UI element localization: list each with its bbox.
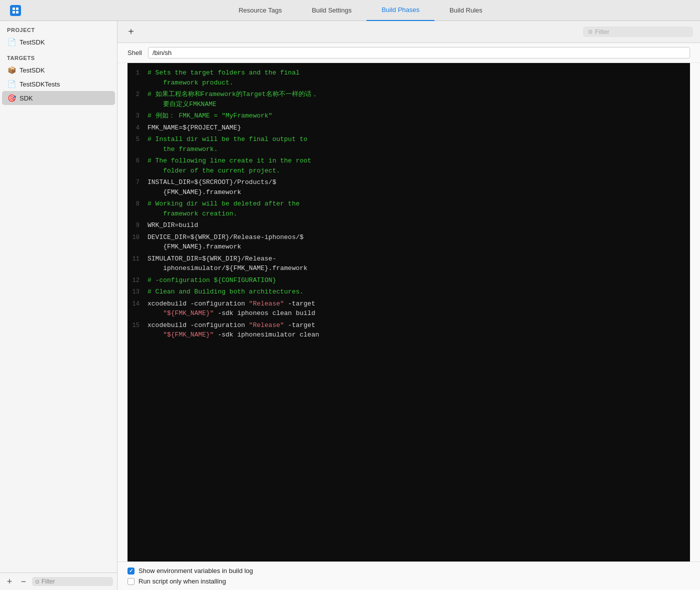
- target-file-icon: 📄: [7, 80, 16, 88]
- line-number-7: 7: [128, 178, 148, 187]
- checkbox-row-env-vars[interactable]: Show environment variables in build log: [128, 567, 690, 574]
- sidebar-remove-button[interactable]: −: [18, 576, 29, 587]
- sidebar-add-button[interactable]: +: [4, 576, 15, 587]
- svg-rect-0: [12, 8, 15, 10]
- target-sdk-icon: 🎯: [7, 94, 16, 102]
- code-line-6: 6 # The following line create it in the …: [128, 155, 690, 176]
- code-content-3: # 例如： FMK_NAME = "MyFramework": [148, 111, 690, 121]
- checkbox-env-vars[interactable]: [128, 568, 134, 574]
- filter-label: Filter: [595, 28, 610, 36]
- target-package-icon: 📦: [7, 66, 16, 74]
- code-content-1: # Sets the target folders and the final …: [148, 68, 690, 88]
- code-content-6: # The following line create it in the ro…: [148, 156, 690, 176]
- code-line-9: 9 WRK_DIR=build: [128, 220, 690, 232]
- project-file-icon: 📄: [7, 38, 16, 46]
- code-line-3: 3 # 例如： FMK_NAME = "MyFramework": [128, 110, 690, 122]
- line-number-5: 5: [128, 134, 148, 144]
- line-number-15: 15: [128, 320, 148, 330]
- tab-resource-tags[interactable]: Resource Tags: [224, 0, 296, 21]
- code-line-5: 5 # Install dir will be the final output…: [128, 134, 690, 155]
- code-content-12: # -configuration ${CONFIGURATION}: [148, 276, 690, 286]
- code-content-13: # Clean and Building both architectures.: [148, 287, 690, 297]
- tab-build-settings[interactable]: Build Settings: [297, 0, 367, 21]
- nav-tabs: Resource Tags Build Settings Build Phase…: [31, 0, 690, 21]
- line-number-4: 4: [128, 123, 148, 132]
- line-number-14: 14: [128, 299, 148, 308]
- code-line-4: 4 FMK_NAME=${PROJECT_NAME}: [128, 122, 690, 134]
- project-testsdk-label: TestSDK: [20, 38, 45, 46]
- svg-rect-2: [12, 11, 15, 14]
- code-line-1: 1 # Sets the target folders and the fina…: [128, 67, 690, 88]
- code-content-4: FMK_NAME=${PROJECT_NAME}: [148, 123, 690, 133]
- line-number-11: 11: [128, 254, 148, 264]
- main-area: PROJECT 📄 TestSDK TARGETS 📦 TestSDK 📄 Te…: [0, 21, 700, 590]
- top-navigation: Resource Tags Build Settings Build Phase…: [0, 0, 700, 21]
- checkbox-row-run-script[interactable]: Run script only when installing: [128, 578, 690, 585]
- line-number-6: 6: [128, 156, 148, 166]
- line-number-2: 2: [128, 90, 148, 99]
- code-editor[interactable]: 1 # Sets the target folders and the fina…: [128, 63, 690, 562]
- code-line-13: 13 # Clean and Building both architectur…: [128, 286, 690, 298]
- code-content-7: INSTALL_DIR=${SRCROOT}/Products/$ {FMK_N…: [148, 178, 690, 197]
- shell-row: Shell: [118, 43, 700, 63]
- sidebar-bottom-bar: + − ⊙ Filter: [0, 572, 117, 590]
- shell-label: Shell: [128, 49, 142, 56]
- tab-build-rules[interactable]: Build Rules: [434, 0, 498, 21]
- sidebar-item-target-testsdktests[interactable]: 📄 TestSDKTests: [0, 77, 117, 91]
- code-content-5: # Install dir will be the final output t…: [148, 134, 690, 154]
- sidebar-item-target-sdk[interactable]: 🎯 SDK: [2, 91, 115, 105]
- checkbox-run-script[interactable]: [128, 578, 134, 585]
- line-number-8: 8: [128, 199, 148, 208]
- code-line-15: 15 xcodebuild -configuration "Release" -…: [128, 320, 690, 341]
- code-line-12: 12 # -configuration ${CONFIGURATION}: [128, 274, 690, 286]
- sidebar-filter-box[interactable]: ⊙ Filter: [32, 577, 113, 586]
- sidebar: PROJECT 📄 TestSDK TARGETS 📦 TestSDK 📄 Te…: [0, 21, 118, 590]
- line-number-13: 13: [128, 287, 148, 296]
- sidebar-filter-icon: ⊙: [35, 578, 40, 585]
- sidebar-filter-label: Filter: [42, 578, 55, 585]
- content-header: + ⊙ Filter: [118, 21, 700, 43]
- target-sdk-label: SDK: [20, 94, 33, 102]
- line-number-12: 12: [128, 276, 148, 285]
- target-testsdk-label: TestSDK: [20, 66, 45, 74]
- svg-rect-3: [16, 11, 18, 14]
- line-number-1: 1: [128, 68, 148, 78]
- line-number-3: 3: [128, 111, 148, 120]
- project-section-label: PROJECT: [0, 21, 117, 35]
- sidebar-item-target-testsdk[interactable]: 📦 TestSDK: [0, 63, 117, 77]
- checkbox-run-script-label: Run script only when installing: [138, 578, 226, 585]
- app-icon: [10, 5, 21, 16]
- content-panel: + ⊙ Filter Shell 1 # Sets the target fol…: [118, 21, 700, 590]
- targets-section-label: TARGETS: [0, 49, 117, 63]
- checkbox-env-vars-label: Show environment variables in build log: [138, 567, 253, 574]
- code-content-8: # Working dir will be deleted after the …: [148, 199, 690, 218]
- code-content-14: xcodebuild -configuration "Release" -tar…: [148, 299, 690, 318]
- filter-icon: ⊙: [588, 28, 592, 35]
- code-content-2: # 如果工程名称和Framework的Target名称不一样的话， 要自定义FM…: [148, 90, 690, 109]
- code-content-11: SIMULATOR_DIR=${WRK_DIR}/Release- iphone…: [148, 254, 690, 274]
- target-testsdktests-label: TestSDKTests: [20, 80, 60, 88]
- svg-rect-1: [16, 8, 18, 10]
- add-phase-button[interactable]: +: [124, 26, 138, 38]
- code-line-8: 8 # Working dir will be deleted after th…: [128, 198, 690, 220]
- code-line-7: 7 INSTALL_DIR=${SRCROOT}/Products/$ {FMK…: [128, 176, 690, 198]
- code-line-14: 14 xcodebuild -configuration "Release" -…: [128, 298, 690, 320]
- tab-build-phases[interactable]: Build Phases: [366, 0, 434, 21]
- code-line-10: 10 DEVICE_DIR=${WRK_DIR}/Release-iphoneo…: [128, 232, 690, 253]
- code-line-11: 11 SIMULATOR_DIR=${WRK_DIR}/Release- iph…: [128, 253, 690, 274]
- sidebar-item-project-testsdk[interactable]: 📄 TestSDK: [0, 35, 117, 49]
- code-content-15: xcodebuild -configuration "Release" -tar…: [148, 320, 690, 340]
- code-line-2: 2 # 如果工程名称和Framework的Target名称不一样的话， 要自定义…: [128, 88, 690, 110]
- filter-box[interactable]: ⊙ Filter: [583, 26, 693, 37]
- bottom-options: Show environment variables in build log …: [118, 562, 700, 590]
- code-content-10: DEVICE_DIR=${WRK_DIR}/Release-iphoneos/$…: [148, 232, 690, 252]
- shell-input[interactable]: [148, 47, 690, 58]
- line-number-9: 9: [128, 220, 148, 230]
- code-content-9: WRK_DIR=build: [148, 220, 690, 230]
- line-number-10: 10: [128, 232, 148, 242]
